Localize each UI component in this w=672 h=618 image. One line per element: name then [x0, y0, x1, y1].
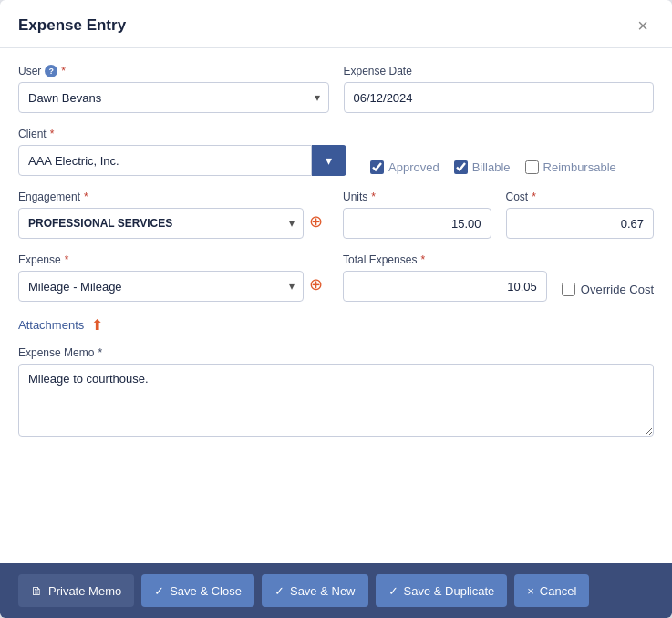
expense-date-label: Expense Date	[344, 65, 655, 77]
close-button[interactable]: ×	[632, 15, 654, 36]
units-group: Units *	[343, 191, 491, 239]
user-select[interactable]: Dawn Bevans	[18, 82, 329, 113]
upload-icon[interactable]: ⬆	[91, 316, 103, 334]
total-override-section: Total Expenses * Override Cost	[343, 253, 654, 302]
approved-label: Approved	[388, 160, 439, 174]
expense-memo-label: Expense Memo *	[18, 346, 654, 359]
cost-required: *	[532, 191, 536, 203]
attachments-row: Attachments ⬆	[18, 316, 654, 334]
user-date-row: User ? * Dawn Bevans ▾ Expense Date	[18, 65, 654, 113]
approved-checkbox[interactable]	[370, 160, 384, 174]
cost-label: Cost *	[506, 191, 655, 203]
units-input[interactable]	[343, 208, 491, 239]
engagement-row: PROFESSIONAL SERVICES ▾ ⊕	[18, 208, 328, 239]
user-required: *	[61, 65, 66, 77]
billable-checkbox-item[interactable]: Billable	[454, 160, 511, 174]
cost-group: Cost *	[506, 191, 655, 239]
expense-date-input[interactable]	[344, 82, 655, 113]
reimbursable-checkbox[interactable]	[525, 160, 539, 174]
save-duplicate-button[interactable]: ✓ Save & Duplicate	[376, 574, 508, 607]
client-row: Client * AAA Electric, Inc. ▾	[18, 128, 654, 176]
check-icon-save-new: ✓	[274, 584, 284, 598]
cost-input[interactable]	[506, 208, 655, 239]
dialog-body: User ? * Dawn Bevans ▾ Expense Date	[0, 48, 672, 563]
user-group: User ? * Dawn Bevans ▾	[18, 65, 329, 113]
reimbursable-label: Reimbursable	[543, 160, 616, 174]
units-cost-section: Units * Cost *	[343, 191, 654, 239]
expense-select[interactable]: Mileage - Mileage	[18, 271, 304, 302]
times-icon: ×	[527, 584, 534, 598]
save-new-button[interactable]: ✓ Save & New	[262, 574, 368, 607]
client-group: Client * AAA Electric, Inc. ▾	[18, 128, 346, 176]
total-expenses-label: Total Expenses *	[343, 253, 547, 266]
units-label: Units *	[343, 191, 491, 203]
total-expenses-input[interactable]	[343, 271, 547, 302]
add-expense-button[interactable]: ⊕	[304, 274, 328, 298]
override-cost-label: Override Cost	[581, 283, 654, 296]
client-label: Client *	[18, 128, 346, 140]
dialog-title: Expense Entry	[18, 16, 126, 35]
client-select[interactable]: AAA Electric, Inc.	[18, 145, 312, 176]
billable-label: Billable	[472, 160, 511, 174]
private-memo-button[interactable]: 🗎 Private Memo	[18, 574, 134, 607]
client-select-row: AAA Electric, Inc. ▾	[18, 145, 346, 176]
checkboxes-row: Approved Billable Reimbursable	[370, 160, 616, 176]
user-select-wrapper: Dawn Bevans ▾	[18, 82, 329, 113]
expense-group: Expense * Mileage - Mileage ▾ ⊕	[18, 253, 328, 302]
client-required: *	[50, 128, 55, 140]
engagement-select[interactable]: PROFESSIONAL SERVICES	[18, 208, 304, 239]
expense-required: *	[65, 253, 69, 266]
save-close-button[interactable]: ✓ Save & Close	[141, 574, 254, 607]
document-icon: 🗎	[31, 584, 43, 598]
expense-date-group: Expense Date	[344, 65, 655, 113]
client-select-wrapper: AAA Electric, Inc.	[18, 145, 312, 176]
override-cost-checkbox[interactable]	[562, 283, 575, 296]
dialog-header: Expense Entry ×	[0, 0, 672, 48]
dialog-footer: 🗎 Private Memo ✓ Save & Close ✓ Save & N…	[0, 563, 672, 618]
expense-entry-dialog: Expense Entry × User ? * Dawn Bevans ▾	[0, 0, 672, 618]
memo-required: *	[98, 346, 102, 359]
expense-total-row: Expense * Mileage - Mileage ▾ ⊕ T	[18, 253, 654, 302]
check-icon-save-dup: ✓	[388, 584, 398, 598]
engagement-units-cost-row: Engagement * PROFESSIONAL SERVICES ▾ ⊕	[18, 191, 654, 239]
expense-memo-group: Expense Memo * Mileage to courthouse.	[18, 346, 654, 439]
override-cost-group: Override Cost	[562, 283, 654, 302]
total-expenses-group: Total Expenses *	[343, 253, 547, 302]
expense-label: Expense *	[18, 253, 328, 266]
engagement-required: *	[84, 191, 88, 203]
user-label: User ? *	[18, 65, 329, 77]
expense-select-wrapper: Mileage - Mileage ▾	[18, 271, 304, 302]
units-required: *	[371, 191, 376, 203]
add-engagement-button[interactable]: ⊕	[304, 211, 328, 235]
expense-row: Mileage - Mileage ▾ ⊕	[18, 271, 328, 302]
billable-checkbox[interactable]	[454, 160, 468, 174]
cancel-button[interactable]: × Cancel	[514, 574, 589, 607]
attachments-label: Attachments	[18, 318, 84, 332]
engagement-select-wrapper: PROFESSIONAL SERVICES ▾	[18, 208, 304, 239]
total-expenses-required: *	[420, 253, 425, 266]
expense-memo-textarea[interactable]: Mileage to courthouse.	[18, 364, 654, 437]
reimbursable-checkbox-item[interactable]: Reimbursable	[525, 160, 616, 174]
client-chevron-icon: ▾	[326, 153, 332, 168]
approved-checkbox-item[interactable]: Approved	[370, 160, 439, 174]
check-icon-save-close: ✓	[154, 584, 164, 598]
user-help-icon[interactable]: ?	[45, 65, 57, 77]
engagement-group: Engagement * PROFESSIONAL SERVICES ▾ ⊕	[18, 191, 328, 239]
client-dropdown-button[interactable]: ▾	[312, 145, 346, 176]
engagement-label: Engagement *	[18, 191, 328, 203]
